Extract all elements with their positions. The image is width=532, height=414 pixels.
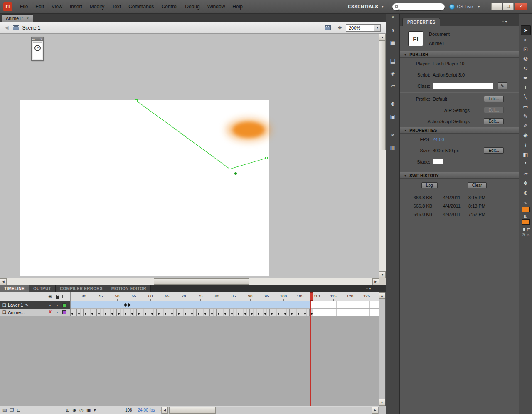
scroll-down-icon[interactable]: ▼	[379, 399, 385, 406]
stage-area[interactable]: ▸▸ ✕ ↗	[0, 34, 379, 278]
workspace-switcher[interactable]: ESSENTIALS ▼	[345, 3, 387, 10]
size-edit-button[interactable]: Edit...	[484, 147, 504, 154]
snap-to-objects-icon[interactable]: ∩	[527, 233, 529, 237]
menu-help[interactable]: Help	[229, 4, 246, 10]
lasso-tool[interactable]: Ω	[521, 64, 531, 73]
layer-visible-dot[interactable]: •	[49, 303, 51, 307]
align-icon[interactable]: ▤	[387, 55, 399, 66]
zoom-level-select[interactable]: 200% ▼	[346, 24, 381, 32]
frame-ruler[interactable]: 4045505560657075808590951001051101151201…	[71, 292, 379, 301]
clear-button[interactable]: Clear	[468, 182, 487, 188]
tab-output[interactable]: OUTPUT	[29, 285, 56, 292]
restore-button[interactable]: ❐	[503, 3, 514, 10]
tab-timeline[interactable]: TIMELINE	[0, 285, 29, 292]
mini-panel-close-icon[interactable]: ✕	[40, 37, 42, 41]
stroke-color-swatch[interactable]	[522, 207, 530, 212]
transform-icon[interactable]: ▱	[387, 80, 399, 91]
search-box[interactable]	[392, 3, 445, 11]
close-button[interactable]: ✕	[515, 3, 527, 10]
scroll-right-icon[interactable]: ▶	[372, 278, 379, 285]
layer-row-anime[interactable]: ❏ Anime... ✗ •	[0, 309, 71, 316]
frame-rate-value[interactable]: 24.00 fps	[138, 408, 155, 412]
keyframe-sequence-span[interactable]	[71, 309, 313, 316]
class-input[interactable]	[433, 83, 493, 89]
modify-markers-icon[interactable]: ▾	[94, 407, 96, 413]
expand-panels-icon[interactable]: «	[386, 14, 399, 20]
code-snippets-icon[interactable]: ❖	[387, 99, 399, 109]
layer-row-layer1[interactable]: ❏ Layer 1 ✎ • •	[0, 301, 71, 309]
document-tab[interactable]: Anime1* ✕	[2, 14, 33, 22]
search-input[interactable]	[400, 4, 442, 10]
no-color-icon[interactable]: ∅	[522, 233, 525, 237]
back-arrow-icon[interactable]: ◀	[5, 25, 8, 30]
color-icon[interactable]: ◑	[387, 25, 399, 35]
bone-tool[interactable]: ≀	[521, 140, 531, 150]
tab-motion-editor[interactable]: MOTION EDITOR	[107, 285, 151, 292]
3d-rotation-tool[interactable]: ❂	[521, 54, 531, 64]
document-name[interactable]: Anime1	[429, 41, 450, 46]
timeline-horizontal-scrollbar[interactable]: ◀ ▶	[161, 407, 379, 414]
scroll-left-icon[interactable]: ◀	[0, 278, 7, 285]
scroll-left-icon[interactable]: ◀	[162, 407, 168, 414]
mini-panel-titlebar[interactable]: ▸▸ ✕	[32, 37, 43, 41]
menu-commands[interactable]: Commands	[125, 4, 158, 10]
menu-control[interactable]: Control	[158, 4, 182, 10]
menu-modify[interactable]: Modify	[86, 4, 108, 10]
center-frame-icon[interactable]: ⊞	[66, 407, 70, 413]
menu-text[interactable]: Text	[108, 4, 125, 10]
floating-mini-panel[interactable]: ▸▸ ✕ ↗	[31, 37, 44, 61]
properties-section-header[interactable]: ▼ PROPERTIES	[400, 127, 519, 134]
paint-bucket-tool[interactable]: ◧	[521, 150, 531, 159]
profile-edit-button[interactable]: Edit...	[484, 96, 504, 102]
menu-edit[interactable]: Edit	[32, 4, 48, 10]
fill-color-swatch[interactable]	[522, 219, 530, 225]
menu-debug[interactable]: Debug	[181, 4, 203, 10]
keyframe-diamond[interactable]	[127, 303, 131, 307]
timeline-vertical-scrollbar[interactable]: ▲ ▼	[379, 292, 385, 406]
line-tool[interactable]: ╲	[521, 92, 531, 102]
stage-vertical-scrollbar[interactable]: ▲ ▼	[379, 34, 386, 278]
layer-lock-dot[interactable]: •	[57, 310, 58, 315]
hand-tool[interactable]: ✥	[521, 178, 531, 188]
layer1-frames-row[interactable]	[71, 301, 379, 309]
motion-tween-span[interactable]	[71, 301, 310, 308]
info-icon[interactable]: ◈	[387, 68, 399, 79]
deco-tool[interactable]: ❊	[521, 131, 531, 140]
edit-symbols-icon[interactable]: ❖	[337, 25, 342, 31]
menu-view[interactable]: View	[48, 4, 66, 10]
text-tool[interactable]: T	[521, 83, 531, 92]
lock-all-icon[interactable]	[56, 296, 59, 299]
anime-frames-row[interactable]	[71, 309, 379, 316]
scroll-up-icon[interactable]: ▲	[379, 292, 385, 299]
components-icon[interactable]: ▣	[387, 111, 399, 122]
subselection-tool[interactable]: ➢	[521, 35, 531, 45]
new-layer-button[interactable]: ▤	[2, 407, 7, 413]
tab-compiler-errors[interactable]: COMPILER ERRORS	[56, 285, 107, 292]
pen-tool[interactable]: ✒	[521, 73, 531, 83]
zoom-tool[interactable]: ⊕	[521, 188, 531, 198]
pencil-tool[interactable]: ✎	[521, 112, 531, 121]
actionscript-settings-edit-button[interactable]: Edit...	[484, 118, 504, 124]
library-icon[interactable]: ▥	[387, 142, 399, 153]
selection-tool[interactable]: ➤	[521, 25, 531, 35]
layer-lock-dot[interactable]: •	[57, 303, 58, 307]
layer-name[interactable]: Anime...	[8, 310, 25, 315]
layer-outline-swatch[interactable]	[62, 310, 66, 314]
layer-hidden-x-icon[interactable]: ✗	[48, 310, 52, 315]
rectangle-tool[interactable]: ▭	[521, 102, 531, 112]
new-folder-button[interactable]: ❐	[10, 407, 14, 413]
free-transform-tool[interactable]: ⊡	[521, 45, 531, 54]
stage-color-swatch[interactable]	[433, 159, 443, 164]
edit-multiple-frames-icon[interactable]: ▣	[86, 407, 91, 413]
cs-live-chevron-icon[interactable]: ▼	[477, 5, 480, 9]
show-hide-all-icon[interactable]: ◉	[48, 294, 52, 299]
close-tab-icon[interactable]: ✕	[26, 16, 30, 20]
cs-live-button[interactable]: CS Live	[449, 4, 473, 10]
onion-skin-outlines-icon[interactable]: ◎	[79, 407, 84, 413]
outline-all-icon[interactable]	[62, 295, 66, 298]
motion-presets-icon[interactable]: ≈	[387, 129, 399, 140]
fps-value[interactable]: 24.00	[433, 137, 444, 142]
current-frame-value[interactable]: 108	[125, 408, 132, 412]
layer-outline-swatch[interactable]	[62, 303, 66, 307]
properties-panel-menu-icon[interactable]: ≡▾	[502, 20, 507, 24]
